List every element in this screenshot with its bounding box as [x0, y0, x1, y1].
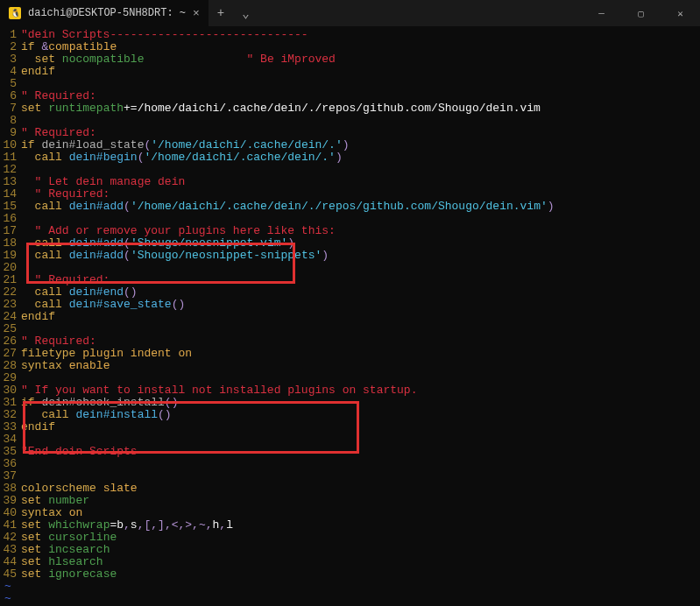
- code-line[interactable]: 8: [0, 115, 700, 127]
- code-content: " Required:: [21, 127, 96, 139]
- code-line[interactable]: 3 set nocompatible " Be iMproved: [0, 53, 700, 66]
- line-number: 41: [0, 519, 21, 532]
- code-line[interactable]: 19 call dein#add('Shougo/neosnippet-snip…: [0, 250, 700, 262]
- line-number: 6: [0, 90, 21, 102]
- line-number: 16: [0, 213, 21, 225]
- close-button[interactable]: ✕: [661, 0, 700, 26]
- code-line[interactable]: 40syntax on: [0, 507, 700, 519]
- code-content: set ignorecase: [21, 568, 117, 581]
- minimize-button[interactable]: —: [582, 0, 621, 26]
- code-line[interactable]: 18 call dein#add('Shougo/neosnippet.vim'…: [0, 237, 700, 250]
- terminal-tab[interactable]: 🐧 daichi@DESKTOP-5NH8DRT: ~ ×: [0, 0, 209, 26]
- line-number: 36: [0, 458, 21, 470]
- code-content: set runtimepath+=/home/daichi/.cache/dei…: [21, 102, 541, 115]
- code-line[interactable]: 20: [0, 262, 700, 274]
- line-number: 42: [0, 532, 21, 544]
- line-number: 22: [0, 286, 21, 299]
- empty-line-tilde: ~: [0, 581, 11, 593]
- code-content: " Required:: [21, 274, 110, 286]
- code-line[interactable]: 10if dein#load_state('/home/daichi/.cach…: [0, 139, 700, 152]
- line-number: 17: [0, 225, 21, 237]
- code-content: " Required:: [21, 335, 96, 348]
- line-number: 15: [0, 201, 21, 213]
- code-line[interactable]: 2if &compatible: [0, 41, 700, 53]
- line-number: 27: [0, 348, 21, 360]
- line-number: 11: [0, 152, 21, 164]
- code-line[interactable]: 42set cursorline: [0, 532, 700, 544]
- code-content: " Let dein manage dein: [21, 176, 185, 188]
- code-content: " If you want to install not installed p…: [21, 384, 417, 397]
- code-line[interactable]: 12: [0, 164, 700, 176]
- code-line[interactable]: 5: [0, 78, 700, 90]
- line-number: 9: [0, 127, 21, 139]
- line-number: 25: [0, 323, 21, 335]
- code-line[interactable]: 31if dein#check_install(): [0, 397, 700, 409]
- code-line[interactable]: 35"End dein Scripts---------------------…: [0, 446, 700, 458]
- code-line[interactable]: 9" Required:: [0, 127, 700, 139]
- code-line[interactable]: 27filetype plugin indent on: [0, 348, 700, 360]
- code-content: call dein#end(): [21, 286, 138, 299]
- code-line[interactable]: 30" If you want to install not installed…: [0, 384, 700, 397]
- code-content: set number: [21, 495, 89, 507]
- code-content: endif: [21, 66, 55, 78]
- code-line[interactable]: 22 call dein#end(): [0, 286, 700, 299]
- code-line[interactable]: 17 " Add or remove your plugins here lik…: [0, 225, 700, 237]
- line-number: 14: [0, 188, 21, 201]
- code-line[interactable]: 36: [0, 458, 700, 470]
- code-line[interactable]: 25: [0, 323, 700, 335]
- code-content: set cursorline: [21, 532, 117, 544]
- line-number: 13: [0, 176, 21, 188]
- maximize-button[interactable]: ▢: [621, 0, 661, 26]
- line-number: 23: [0, 299, 21, 311]
- tux-icon: 🐧: [9, 7, 21, 19]
- code-line[interactable]: 13 " Let dein manage dein: [0, 176, 700, 188]
- line-number: 12: [0, 164, 21, 176]
- window-titlebar: 🐧 daichi@DESKTOP-5NH8DRT: ~ × + ⌄ — ▢ ✕: [0, 0, 700, 26]
- code-line[interactable]: 7set runtimepath+=/home/daichi/.cache/de…: [0, 102, 700, 115]
- code-line[interactable]: 39set number: [0, 495, 700, 507]
- code-content: " Add or remove your plugins here like t…: [21, 225, 336, 237]
- code-line[interactable]: 34: [0, 433, 700, 446]
- close-tab-button[interactable]: ×: [193, 7, 200, 20]
- code-line[interactable]: 32 call dein#install(): [0, 409, 700, 421]
- editor-area[interactable]: 1"dein Scripts--------------------------…: [0, 26, 700, 606]
- code-line[interactable]: 44set hlsearch: [0, 556, 700, 568]
- code-content: set nocompatible " Be iMproved: [21, 53, 336, 66]
- code-content: set hlsearch: [21, 556, 103, 568]
- new-tab-button[interactable]: +: [209, 6, 233, 20]
- code-line[interactable]: 16: [0, 213, 700, 225]
- code-line[interactable]: 6" Required:: [0, 90, 700, 102]
- code-line[interactable]: 37: [0, 470, 700, 483]
- code-line[interactable]: 38colorscheme slate: [0, 483, 700, 495]
- code-line[interactable]: 15 call dein#add('/home/daichi/.cache/de…: [0, 201, 700, 213]
- code-line[interactable]: 24endif: [0, 311, 700, 323]
- code-content: set whichwrap=b,s,[,],<,>,~,h,l: [21, 519, 233, 532]
- code-line[interactable]: 26" Required:: [0, 335, 700, 348]
- line-number: 30: [0, 384, 21, 397]
- line-number: 26: [0, 335, 21, 348]
- code-line[interactable]: 28syntax enable: [0, 360, 700, 372]
- code-content: endif: [21, 421, 55, 433]
- code-line[interactable]: 4endif: [0, 66, 700, 78]
- line-number: 31: [0, 397, 21, 409]
- code-content: call dein#add('Shougo/neosnippet-snippet…: [21, 250, 329, 262]
- code-line[interactable]: 45set ignorecase: [0, 568, 700, 581]
- line-number: 8: [0, 115, 21, 127]
- window-controls: — ▢ ✕: [582, 0, 700, 26]
- tab-dropdown-button[interactable]: ⌄: [233, 6, 258, 21]
- code-content: "End dein Scripts-----------------------…: [21, 446, 308, 458]
- code-line[interactable]: 33endif: [0, 421, 700, 433]
- code-content: syntax enable: [21, 360, 110, 372]
- line-number: 37: [0, 470, 21, 483]
- code-line[interactable]: 23 call dein#save_state(): [0, 299, 700, 311]
- code-line[interactable]: 29: [0, 372, 700, 384]
- code-line[interactable]: 43set incsearch: [0, 544, 700, 556]
- code-line[interactable]: 21 " Required:: [0, 274, 700, 286]
- code-line[interactable]: 41set whichwrap=b,s,[,],<,>,~,h,l: [0, 519, 700, 532]
- code-line[interactable]: 11 call dein#begin('/home/daichi/.cache/…: [0, 152, 700, 164]
- code-line[interactable]: 14 " Required:: [0, 188, 700, 201]
- line-number: 4: [0, 66, 21, 78]
- line-number: 24: [0, 311, 21, 323]
- code-line[interactable]: 1"dein Scripts--------------------------…: [0, 29, 700, 41]
- line-number: 35: [0, 446, 21, 458]
